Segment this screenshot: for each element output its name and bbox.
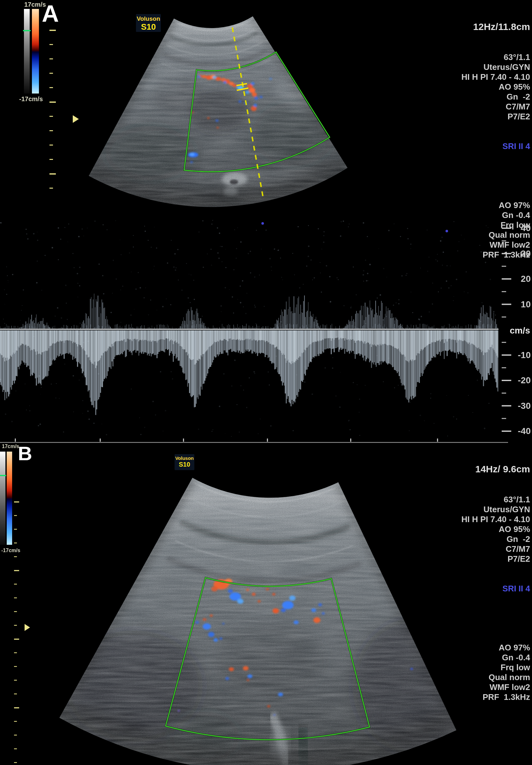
- noise-dot: [194, 299, 195, 300]
- noise-dot: [233, 269, 234, 270]
- doppler-blob: [203, 618, 207, 621]
- noise-dot: [410, 402, 410, 402]
- ruler-minor-tick: [14, 693, 17, 694]
- noise-dot: [378, 248, 379, 249]
- noise-dot: [27, 238, 29, 240]
- noise-dot: [394, 224, 394, 224]
- focus-marker-b[interactable]: [25, 624, 30, 631]
- noise-dot: [87, 410, 89, 412]
- noise-dot: [131, 272, 132, 272]
- noise-dot: [343, 305, 344, 306]
- noise-dot: [421, 316, 422, 317]
- gain-marker-a: [23, 30, 31, 31]
- doppler-blob: [255, 97, 258, 100]
- noise-dot: [133, 235, 134, 236]
- ruler-minor-tick: [14, 652, 17, 653]
- noise-dot: [188, 297, 189, 299]
- ruler-major-tick: [49, 30, 56, 31]
- noise-dot: [218, 258, 220, 259]
- noise-dot: [310, 260, 311, 261]
- noise-dot: [82, 400, 83, 401]
- noise-dot: [240, 241, 242, 243]
- doppler-blob: [247, 674, 253, 678]
- axis-minor-tick: [502, 291, 506, 292]
- noise-dot: [120, 290, 121, 290]
- noise-dot: [250, 272, 251, 274]
- noise-dot: [56, 383, 57, 384]
- noise-dot: [430, 393, 431, 394]
- doppler-blob: [229, 667, 234, 671]
- doppler-blob: [282, 601, 293, 609]
- noise-dot: [51, 383, 52, 384]
- noise-dot: [479, 245, 480, 246]
- noise-dot: [213, 429, 213, 430]
- noise-dot: [308, 256, 309, 257]
- noise-dot: [440, 288, 442, 289]
- ruler-minor-tick: [49, 116, 53, 117]
- noise-dot: [270, 425, 271, 427]
- noise-dot: [266, 230, 267, 231]
- noise-dot: [339, 406, 340, 408]
- noise-dot: [359, 435, 360, 436]
- noise-dot: [112, 293, 113, 294]
- noise-dot: [145, 288, 146, 288]
- noise-dot: [120, 240, 120, 240]
- noise-dot: [113, 260, 114, 261]
- noise-dot: [16, 390, 16, 391]
- noise-dot: [4, 304, 5, 305]
- noise-dot: [93, 422, 95, 424]
- ruler-minor-tick: [49, 87, 53, 88]
- noise-dot: [171, 240, 172, 241]
- doppler-blob: [219, 637, 223, 640]
- noise-dot: [65, 364, 65, 365]
- noise-dot: [446, 265, 448, 267]
- noise-dot: [336, 277, 337, 278]
- noise-dot: [329, 276, 330, 277]
- noise-dot: [348, 420, 349, 421]
- noise-dot: [482, 302, 483, 303]
- noise-dot: [280, 258, 281, 259]
- noise-dot: [453, 416, 454, 417]
- noise-dot: [221, 312, 222, 312]
- noise-dot: [96, 301, 97, 302]
- noise-dot: [211, 265, 212, 266]
- doppler-blob: [318, 603, 322, 606]
- noise-dot: [122, 286, 123, 287]
- noise-dot: [448, 324, 449, 325]
- axis-major-tick: [502, 405, 511, 406]
- noise-dot: [292, 253, 293, 254]
- noise-dot: [260, 418, 261, 419]
- noise-dot: [26, 409, 27, 410]
- noise-dot: [406, 273, 407, 274]
- time-tick: [183, 438, 184, 442]
- noise-dot: [254, 305, 255, 306]
- focus-marker-a[interactable]: [73, 115, 79, 123]
- noise-dot: [362, 274, 364, 276]
- noise-dot: [40, 394, 41, 394]
- noise-dot: [41, 387, 42, 388]
- noise-dot: [294, 275, 295, 276]
- noise-dot: [243, 390, 244, 390]
- noise-dot: [225, 433, 226, 434]
- doppler-blob: [224, 81, 227, 84]
- noise-dot: [321, 292, 322, 292]
- doppler-blob: [272, 608, 279, 613]
- noise-dot: [451, 285, 452, 286]
- noise-dot: [103, 224, 104, 225]
- doppler-blob: [232, 84, 237, 87]
- doppler-blob: [269, 78, 272, 80]
- ruler-minor-tick: [14, 584, 17, 585]
- noise-dot: [103, 293, 104, 295]
- panel-b-fan: [57, 475, 480, 765]
- ruler-minor-tick: [14, 735, 17, 736]
- noise-dot: [363, 222, 364, 224]
- noise-dot: [412, 312, 413, 313]
- axis-minor-tick: [502, 342, 506, 343]
- noise-dot: [312, 280, 313, 280]
- noise-dot: [21, 310, 22, 311]
- ruler-minor-tick: [14, 680, 17, 681]
- noise-dot: [234, 230, 235, 230]
- noise-dot: [450, 325, 451, 326]
- noise-dot: [99, 264, 100, 265]
- noise-dot: [41, 290, 42, 291]
